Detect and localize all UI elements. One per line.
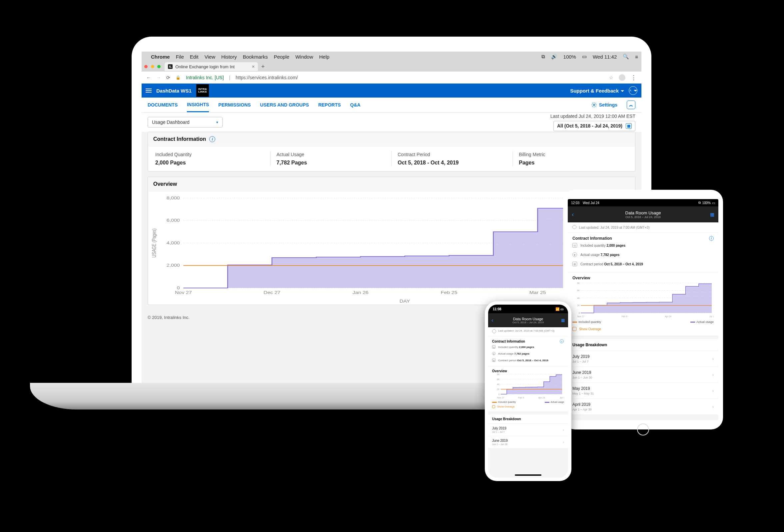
tablet-header: ‹ Data Room Usage Oct 5, 2018 – Jul 24, … xyxy=(568,206,718,223)
lock-icon[interactable]: 🔒 xyxy=(176,75,180,80)
user-menu[interactable] xyxy=(629,86,637,95)
view-selector[interactable]: Usage Dashboard ▾ xyxy=(148,117,223,127)
reload-button[interactable]: ⟳ xyxy=(166,75,170,80)
calendar-icon[interactable]: ▦ xyxy=(561,318,565,323)
back-icon[interactable]: ‹ xyxy=(492,317,493,323)
month-row[interactable]: July 2019 Jul 1 – Jul 7 › xyxy=(568,351,718,367)
info-icon[interactable]: i xyxy=(209,136,215,142)
minimize-window-icon[interactable] xyxy=(151,65,154,68)
menu-extras-icon[interactable]: ≡ xyxy=(635,54,638,60)
phone-header: ‹ Data Room Usage Oct 5, 2018 – Jul 24, … xyxy=(488,313,568,327)
menu-people[interactable]: People xyxy=(274,54,289,60)
calendar-icon: ▦ xyxy=(492,359,496,362)
clock-icon xyxy=(492,329,496,334)
battery-icon: ▭ xyxy=(712,201,715,205)
browser-tab[interactable]: IL Online Exchange login from Int × xyxy=(165,62,258,71)
menu-bookmarks[interactable]: Bookmarks xyxy=(243,54,268,60)
back-icon[interactable]: ‹ xyxy=(572,211,574,218)
phone-notch xyxy=(510,305,547,311)
svg-text:6K: 6K xyxy=(497,378,500,381)
month-row[interactable]: June 2019 Jun 1 – Jun 30 › xyxy=(568,367,718,383)
svg-text:8K: 8K xyxy=(577,282,580,284)
profile-avatar-icon[interactable] xyxy=(619,74,625,81)
collapse-panel-icon[interactable]: ︽ xyxy=(627,100,635,109)
wifi-icon: ⧉ xyxy=(698,201,701,205)
overview-chart: 02,0004,0006,0008,000USAGE (Pages)Nov 27… xyxy=(148,191,635,305)
battery-icon[interactable]: ▭ xyxy=(582,54,587,60)
close-tab-icon[interactable]: × xyxy=(252,64,255,69)
wifi-icon[interactable]: ⧉ xyxy=(541,54,545,60)
traffic-lights[interactable] xyxy=(144,64,163,69)
contract-info-card: Contract Information i ▤Included quantit… xyxy=(488,336,568,366)
tablet-status-bar: 12:03 Wed Jul 24 ⧉ 100% ▭ xyxy=(568,199,718,206)
overview-card: Overview 02K4K6K8KNov 27Feb 9Apr 24Jul 7… xyxy=(488,366,568,412)
menu-history[interactable]: History xyxy=(221,54,237,60)
url-text[interactable]: https://services.intralinks.com/ xyxy=(235,75,298,80)
tab-insights[interactable]: INSIGHTS xyxy=(187,98,209,112)
show-overage-toggle[interactable]: Show Overage xyxy=(572,326,714,332)
active-app-name[interactable]: Chrome xyxy=(151,54,170,60)
new-tab-button[interactable]: + xyxy=(260,63,266,70)
menu-edit[interactable]: Edit xyxy=(190,54,199,60)
chevron-right-icon: › xyxy=(563,428,564,432)
svg-text:0: 0 xyxy=(579,312,580,314)
clock[interactable]: Wed 11:42 xyxy=(593,54,617,60)
chrome-menu-icon[interactable]: ⋮ xyxy=(631,74,637,81)
last-updated-row: Last updated: Jul 24, 2019 at 7:00 AM (G… xyxy=(568,223,718,233)
menu-help[interactable]: Help xyxy=(319,54,330,60)
date-range-picker[interactable]: All (Oct 5, 2018 - Jul 24, 2019) ▦ xyxy=(554,121,635,131)
intralinks-logo[interactable]: INTRA LINKS xyxy=(196,84,209,97)
tab-users-groups[interactable]: USERS AND GROUPS xyxy=(260,98,309,112)
chevron-right-icon: › xyxy=(712,405,714,409)
actual-row: ◐ Actual usage 7,782 pages xyxy=(572,250,714,259)
svg-text:8,000: 8,000 xyxy=(167,196,180,200)
settings-link[interactable]: Settings xyxy=(591,102,617,108)
month-row[interactable]: June 2019 Jun 1 – Jun 30 › xyxy=(488,436,568,448)
support-feedback-link[interactable]: Support & Feedback xyxy=(570,88,624,93)
tab-documents[interactable]: DOCUMENTS xyxy=(148,98,177,112)
info-icon[interactable]: i xyxy=(709,236,714,241)
month-row[interactable]: May 2019 May 1 – May 31 › xyxy=(568,383,718,399)
tab-permissions[interactable]: PERMISSIONS xyxy=(218,98,251,112)
home-button[interactable] xyxy=(637,423,649,436)
checkbox-icon xyxy=(572,327,577,331)
volume-icon[interactable]: 🔊 xyxy=(551,54,557,60)
gear-icon xyxy=(591,102,597,108)
forward-button[interactable]: → xyxy=(156,75,161,80)
close-window-icon[interactable] xyxy=(144,65,148,68)
svg-text:Apr 24: Apr 24 xyxy=(665,315,671,318)
bookmark-star-icon[interactable]: ☆ xyxy=(609,75,613,80)
phone-chart: 02K4K6K8KNov 27Feb 9Apr 24Jul 7 xyxy=(492,373,564,400)
tab-qa[interactable]: Q&A xyxy=(350,98,361,112)
svg-text:Nov 27: Nov 27 xyxy=(175,290,192,295)
tab-reports[interactable]: REPORTS xyxy=(318,98,341,112)
status-time: 11:08 xyxy=(493,307,501,311)
show-overage-toggle[interactable]: Show Overage xyxy=(492,405,564,409)
info-icon[interactable]: i xyxy=(560,339,564,343)
svg-text:8K: 8K xyxy=(497,373,500,376)
svg-text:Mar 25: Mar 25 xyxy=(529,290,546,295)
menu-view[interactable]: View xyxy=(204,54,215,60)
included-row: ▤ Included quantity 2,000 pages xyxy=(572,241,714,250)
spotlight-icon[interactable]: 🔍 xyxy=(623,54,629,60)
month-row[interactable]: July 2019 Jul 1 – Jul 7 › xyxy=(488,424,568,436)
svg-text:0: 0 xyxy=(177,286,180,290)
chevron-right-icon: › xyxy=(563,440,564,444)
header-title: Data Room Usage xyxy=(625,210,661,215)
svg-text:2,000: 2,000 xyxy=(167,263,180,268)
svg-text:Dec 27: Dec 27 xyxy=(263,290,281,295)
maximize-window-icon[interactable] xyxy=(157,65,161,68)
svg-text:6,000: 6,000 xyxy=(167,218,180,223)
hamburger-menu-icon[interactable] xyxy=(146,89,151,93)
calendar-icon: ▦ xyxy=(626,123,632,129)
svg-text:Nov 27: Nov 27 xyxy=(497,396,504,399)
home-indicator[interactable] xyxy=(515,474,541,476)
month-row[interactable]: April 2019 Apr 1 – Apr 30 › xyxy=(568,399,718,415)
calendar-icon[interactable]: ▦ xyxy=(710,212,715,217)
menu-window[interactable]: Window xyxy=(295,54,313,60)
menu-file[interactable]: File xyxy=(176,54,184,60)
last-updated-text: Last updated Jul 24, 2019 12:00 AM EST xyxy=(551,114,635,119)
svg-text:Jan 26: Jan 26 xyxy=(353,290,368,295)
back-button[interactable]: ← xyxy=(146,75,151,80)
status-date: Wed Jul 24 xyxy=(583,201,599,205)
